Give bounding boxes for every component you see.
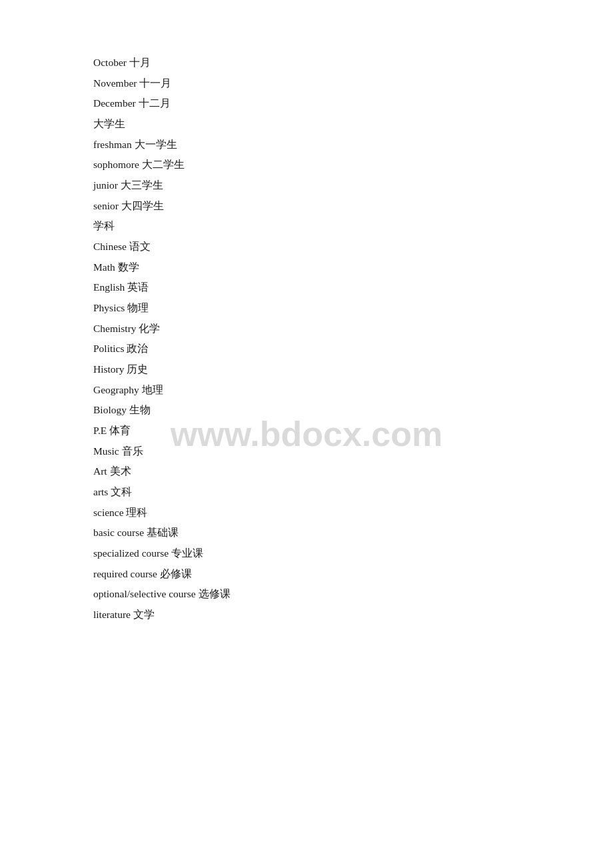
list-item: specialized course 专业课 [93,544,520,563]
content-area: October 十月November 十一月December 十二月大学生fre… [0,0,613,679]
list-item: literature 文学 [93,605,520,625]
list-item: basic course 基础课 [93,523,520,543]
list-item: Math 数学 [93,258,520,277]
list-item: senior 大四学生 [93,197,520,216]
list-item: science 理科 [93,503,520,523]
list-item: Geography 地理 [93,381,520,400]
list-item: freshman 大一学生 [93,135,520,155]
list-item: Music 音乐 [93,442,520,461]
list-item: November 十一月 [93,74,520,93]
list-item: Politics 政治 [93,339,520,359]
list-item: Chinese 语文 [93,237,520,257]
list-item: required course 必修课 [93,565,520,584]
list-item: arts 文科 [93,483,520,502]
list-item: optional/selective course 选修课 [93,585,520,604]
list-item: October 十月 [93,53,520,73]
list-item: Physics 物理 [93,299,520,318]
list-item: History 历史 [93,360,520,379]
list-item: English 英语 [93,278,520,297]
list-item: P.E 体育 [93,421,520,441]
list-item: 学科 [93,217,520,236]
list-item: 大学生 [93,115,520,134]
list-item: December 十二月 [93,94,520,113]
list-item: junior 大三学生 [93,176,520,195]
list-item: Biology 生物 [93,401,520,420]
list-item: sophomore 大二学生 [93,155,520,175]
list-item: Chemistry 化学 [93,319,520,339]
list-item: Art 美术 [93,462,520,481]
